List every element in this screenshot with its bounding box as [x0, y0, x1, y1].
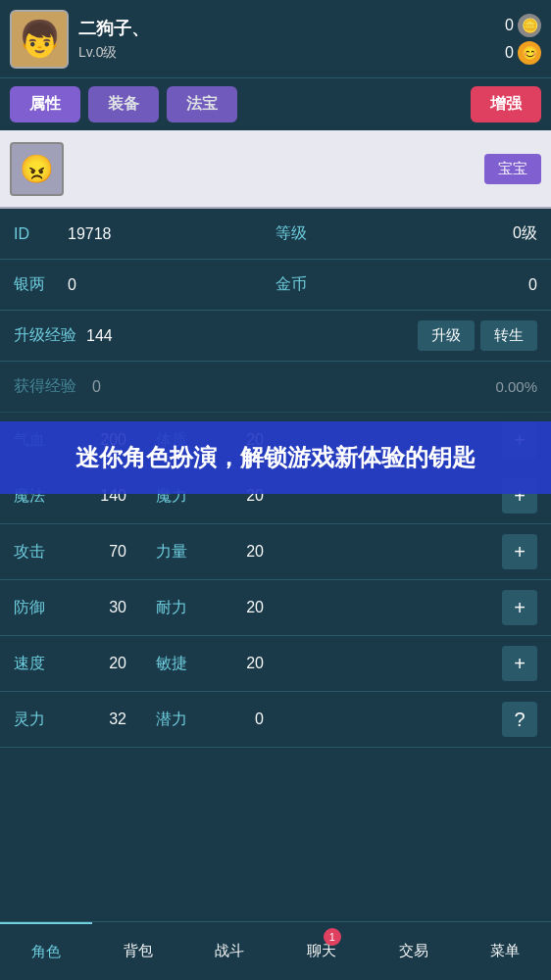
earn-exp-row: 获得经验 0 0.00%	[0, 362, 551, 413]
def-value: 30	[68, 599, 126, 616]
avatar: 👦	[10, 10, 69, 69]
def-end-row: 防御 30 耐力 20 +	[0, 580, 551, 636]
end-plus-button[interactable]: +	[502, 590, 537, 625]
agi-label: 敏捷	[156, 654, 210, 674]
silver-gold-row: 银两 0 金币 0	[0, 260, 551, 311]
earn-exp-label: 获得经验	[14, 376, 92, 397]
pot-value: 0	[210, 710, 264, 728]
nav-item-battle[interactable]: 战斗	[183, 922, 276, 980]
str-value: 20	[210, 543, 264, 561]
tab-enhance[interactable]: 增强	[471, 86, 541, 122]
atk-label: 攻击	[14, 542, 68, 563]
id-level-row: ID 19718 等级 0级	[0, 209, 551, 260]
silver-icon: 🪙	[518, 14, 541, 37]
user-info: 二狗子、 Lv.0级	[78, 17, 505, 62]
nav-label-char: 角色	[31, 943, 61, 961]
nav-item-trade[interactable]: 交易	[368, 922, 460, 980]
spr-label: 灵力	[14, 710, 68, 730]
upgrade-button[interactable]: 升级	[418, 320, 475, 351]
gold-count: 0	[505, 44, 514, 62]
bottom-nav: 角色 背包 战斗 1 聊天 交易 菜单	[0, 921, 551, 980]
pot-question-button[interactable]: ?	[502, 702, 537, 737]
username: 二狗子、	[78, 17, 505, 40]
upgrade-exp-label: 升级经验	[14, 325, 76, 346]
earn-exp-value: 0	[92, 378, 495, 396]
str-plus-button[interactable]: +	[502, 534, 537, 569]
atk-value: 70	[68, 543, 126, 561]
gold-label: 金币	[276, 274, 329, 295]
end-label: 耐力	[156, 598, 210, 618]
spd-value: 20	[68, 655, 126, 672]
gold-stat-value: 0	[329, 276, 537, 294]
spr-pot-row: 灵力 32 潜力 0 ?	[0, 692, 551, 748]
char-area: 😠 宝宝	[0, 130, 551, 209]
spd-label: 速度	[14, 654, 68, 674]
baby-button[interactable]: 宝宝	[484, 154, 541, 184]
spr-value: 32	[68, 710, 126, 728]
level-label: 等级	[276, 223, 329, 244]
nav-label-battle: 战斗	[215, 942, 244, 960]
nav-item-char[interactable]: 角色	[0, 922, 92, 980]
id-label: ID	[14, 225, 68, 243]
tab-bar: 属性 装备 法宝 增强	[0, 78, 551, 130]
earn-exp-pct: 0.00%	[495, 378, 537, 395]
nav-item-menu[interactable]: 菜单	[459, 922, 551, 980]
nav-item-chat[interactable]: 1 聊天	[276, 922, 368, 980]
tab-attr[interactable]: 属性	[10, 86, 80, 122]
level-value: 0级	[329, 223, 537, 244]
id-value: 19718	[68, 225, 276, 243]
header-icons: 0 🪙 0 😊	[505, 14, 541, 65]
silver-count: 0	[505, 17, 514, 34]
silver-row: 0 🪙	[505, 14, 541, 37]
atk-str-row: 攻击 70 力量 20 +	[0, 524, 551, 580]
gold-icon: 😊	[518, 41, 541, 65]
agi-value: 20	[210, 655, 264, 672]
tab-equip[interactable]: 装备	[88, 86, 159, 122]
tab-treasure[interactable]: 法宝	[167, 86, 237, 122]
spd-agi-row: 速度 20 敏捷 20 +	[0, 636, 551, 692]
silver-stat-value: 0	[68, 276, 276, 294]
chat-badge: 1	[324, 928, 341, 946]
nav-label-trade: 交易	[399, 942, 428, 960]
banner-text: 迷你角色扮演，解锁游戏新体验的钥匙	[75, 441, 476, 474]
str-label: 力量	[156, 542, 210, 563]
upgrade-exp-value: 144	[86, 327, 412, 345]
nav-item-bag[interactable]: 背包	[92, 922, 184, 980]
banner: 迷你角色扮演，解锁游戏新体验的钥匙	[0, 421, 551, 494]
silver-label: 银两	[14, 274, 68, 295]
def-label: 防御	[14, 598, 68, 618]
upgrade-exp-row: 升级经验 144 升级 转生	[0, 311, 551, 362]
reborn-button[interactable]: 转生	[480, 320, 537, 351]
user-level: Lv.0级	[78, 44, 505, 62]
agi-plus-button[interactable]: +	[502, 646, 537, 681]
gold-row: 0 😊	[505, 41, 541, 65]
end-value: 20	[210, 599, 264, 616]
char-icon: 😠	[10, 142, 64, 196]
header: 👦 二狗子、 Lv.0级 0 🪙 0 😊	[0, 0, 551, 78]
nav-label-bag: 背包	[124, 942, 153, 960]
nav-label-menu: 菜单	[490, 942, 520, 960]
pot-label: 潜力	[156, 710, 210, 730]
